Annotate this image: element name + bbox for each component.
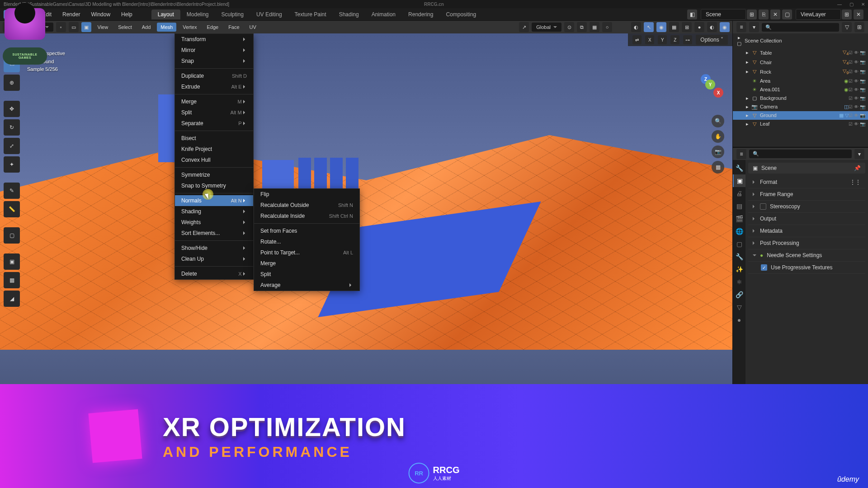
- shading-wire-icon[interactable]: ⊞: [682, 22, 692, 32]
- menu-split[interactable]: SplitAlt M: [175, 107, 253, 118]
- gizmo-y-axis[interactable]: Y: [705, 80, 715, 89]
- scene-copy-icon[interactable]: ⎘: [759, 9, 769, 19]
- maximize-button[interactable]: ▢: [848, 2, 854, 7]
- prop-tab-scene[interactable]: 🎬: [733, 212, 745, 225]
- zoom-icon[interactable]: 🔍: [712, 115, 724, 127]
- menu-bisect[interactable]: Bisect: [175, 133, 253, 144]
- prop-tab-render[interactable]: ▣: [733, 174, 745, 187]
- tool-bevel[interactable]: ◢: [4, 291, 20, 307]
- outliner-item-rock[interactable]: ▸▽ Rock ▽9 ☑ 👁 📷: [733, 67, 868, 76]
- menu-knife-project[interactable]: Knife Project: [175, 144, 253, 155]
- orientation-icon[interactable]: ↗: [519, 22, 529, 32]
- outliner-item-chair[interactable]: ▸▽ Chair ▽4 ☑ 👁 📷: [733, 57, 868, 67]
- select-face-icon[interactable]: ▣: [81, 22, 91, 32]
- close-button[interactable]: ✕: [860, 2, 866, 7]
- mirror-icon[interactable]: ⇄: [632, 35, 642, 44]
- tool-rotate[interactable]: ↻: [4, 119, 20, 136]
- submenu-average[interactable]: Average: [254, 280, 359, 291]
- menu-normals[interactable]: NormalsAlt N: [175, 195, 253, 206]
- hdr-select[interactable]: Select: [114, 23, 136, 32]
- overlay-toggle-icon[interactable]: ◉: [656, 22, 666, 32]
- scene-delete-icon[interactable]: ✕: [770, 9, 780, 19]
- menu-merge[interactable]: MergeM: [175, 96, 253, 107]
- menu-shading[interactable]: Shading: [175, 206, 253, 217]
- menu-delete[interactable]: DeleteX: [175, 268, 253, 279]
- ws-texturepaint[interactable]: Texture Paint: [288, 9, 333, 19]
- layer-new-icon[interactable]: ⊞: [842, 9, 852, 19]
- tool-extrude[interactable]: ▣: [4, 253, 20, 270]
- perspective-icon[interactable]: ▦: [712, 161, 724, 174]
- ws-sculpting[interactable]: Sculpting: [215, 9, 250, 19]
- tool-cursor[interactable]: ⊕: [4, 75, 20, 91]
- camera-view-icon[interactable]: 📷: [712, 145, 724, 158]
- outliner-scene-collection[interactable]: ▸ ▢ Scene Collection: [733, 33, 868, 48]
- submenu-point-to-target[interactable]: Point to Target...Alt L: [254, 247, 359, 258]
- outliner-filter-icon[interactable]: ▽: [842, 22, 852, 32]
- proportional-icon[interactable]: ○: [602, 22, 612, 32]
- prop-tab-material[interactable]: ●: [733, 314, 745, 326]
- pivot-icon[interactable]: ⊙: [564, 22, 574, 32]
- outliner-search[interactable]: 🔍: [762, 23, 839, 32]
- outliner-new-collection-icon[interactable]: ⊞: [854, 22, 864, 32]
- snap-icon[interactable]: ⧉: [577, 22, 587, 32]
- menu-sort-elements[interactable]: Sort Elements...: [175, 228, 253, 239]
- outliner-item-area001[interactable]: ☀ Area.001 ◉ ☑ 👁 📷: [733, 85, 868, 94]
- menu-window[interactable]: Window: [85, 9, 116, 19]
- snap-type-icon[interactable]: ▦: [590, 22, 599, 32]
- menu-help[interactable]: Help: [116, 9, 138, 19]
- prop-tab-world[interactable]: 🌐: [733, 225, 745, 238]
- shading-matprev-icon[interactable]: ◐: [707, 22, 717, 32]
- gizmo-x-axis[interactable]: X: [713, 88, 723, 98]
- gizmo-toggle-icon[interactable]: ↖: [644, 22, 654, 32]
- hdr-face[interactable]: Face: [225, 23, 243, 32]
- tool-transform[interactable]: ✦: [4, 156, 20, 173]
- menu-separate[interactable]: SeparateP: [175, 118, 253, 129]
- submenu-set-from-faces[interactable]: Set from Faces: [254, 225, 359, 236]
- navigation-gizmo[interactable]: Z Y X: [692, 74, 723, 106]
- outliner-item-leaf[interactable]: ▸▽ Leaf ☑ 👁 📷: [733, 120, 868, 128]
- prop-tab-tool[interactable]: 🔧: [733, 162, 745, 174]
- props-search[interactable]: 🔍: [749, 150, 852, 158]
- tool-annotate[interactable]: ✎: [4, 183, 20, 199]
- submenu-split[interactable]: Split: [254, 269, 359, 280]
- submenu-recalc-inside[interactable]: Recalculate InsideShift Ctrl N: [254, 211, 359, 221]
- props-context-header[interactable]: ▣Scene 📌: [748, 163, 865, 174]
- menu-symmetrize[interactable]: Symmetrize: [175, 169, 253, 180]
- axis-z[interactable]: Z: [670, 35, 679, 44]
- props-pin-icon[interactable]: ▾: [854, 149, 864, 159]
- menu-convex-hull[interactable]: Convex Hull: [175, 155, 253, 165]
- menu-show-hide[interactable]: Show/Hide: [175, 243, 253, 253]
- menu-snap[interactable]: Snap: [175, 56, 253, 66]
- hdr-mesh[interactable]: Mesh: [157, 23, 176, 32]
- shading-rendered-icon[interactable]: ◉: [720, 22, 730, 32]
- scene-name-field[interactable]: Scene: [701, 9, 746, 20]
- prop-section-format[interactable]: Format⋮⋮: [748, 176, 865, 188]
- hdr-edge[interactable]: Edge: [203, 23, 222, 32]
- prop-tab-modifier[interactable]: 🔧: [733, 250, 745, 263]
- menu-snap-symmetry[interactable]: Snap to Symmetry: [175, 180, 253, 191]
- select-vertex-icon[interactable]: ▫: [56, 22, 66, 32]
- automerge-icon[interactable]: ⊶: [683, 35, 692, 44]
- menu-extrude[interactable]: ExtrudeAlt E: [175, 81, 253, 92]
- menu-render[interactable]: Render: [57, 9, 85, 19]
- outliner-item-table[interactable]: ▸▽ Table ▽4 ☑ 👁 📷: [733, 48, 868, 57]
- hdr-uv[interactable]: UV: [246, 23, 260, 32]
- prop-tab-viewlayer[interactable]: ▤: [733, 200, 745, 212]
- prop-progressive-textures[interactable]: ✓ Use Progressive Textures: [748, 262, 865, 274]
- checkbox-icon[interactable]: ✓: [761, 264, 767, 271]
- outliner-item-camera[interactable]: ▸📷 Camera ◫ ☑ 👁 📷: [733, 103, 868, 111]
- outliner-type-icon[interactable]: ≡: [736, 22, 746, 32]
- outliner-item-area[interactable]: ☀ Area ◉ ☑ 👁 📷: [733, 77, 868, 85]
- submenu-merge[interactable]: Merge: [254, 258, 359, 269]
- viewlayer-name-field[interactable]: ViewLayer: [796, 9, 841, 20]
- shading-solid-icon[interactable]: ●: [694, 22, 704, 32]
- options-dropdown[interactable]: Options ˅: [696, 35, 728, 45]
- tool-measure[interactable]: 📏: [4, 201, 20, 217]
- ws-uvediting[interactable]: UV Editing: [250, 9, 288, 19]
- prop-section-metadata[interactable]: Metadata: [748, 225, 865, 237]
- menu-weights[interactable]: Weights: [175, 217, 253, 228]
- menu-transform[interactable]: Transform: [175, 34, 253, 45]
- prop-tab-constraint[interactable]: 🔗: [733, 288, 745, 301]
- submenu-rotate[interactable]: Rotate...: [254, 236, 359, 247]
- menu-mirror[interactable]: Mirror: [175, 45, 253, 56]
